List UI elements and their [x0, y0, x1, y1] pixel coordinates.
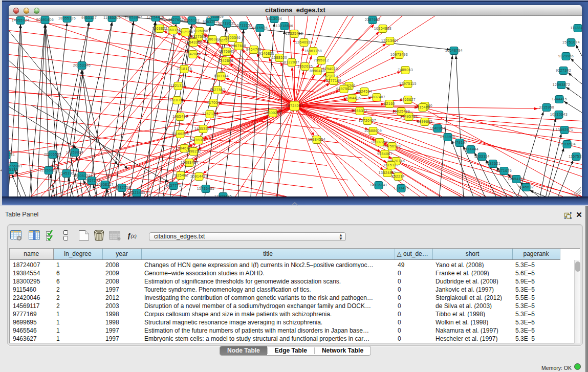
svg-text:16961758: 16961758	[304, 49, 322, 53]
svg-text:9227342: 9227342	[556, 69, 571, 72]
svg-text:11485205: 11485205	[103, 16, 121, 19]
svg-text:1167533: 1167533	[569, 155, 582, 158]
svg-text:1733426: 1733426	[394, 186, 409, 190]
svg-text:16543382: 16543382	[185, 40, 202, 44]
svg-text:12823485: 12823485	[128, 191, 145, 194]
svg-text:2718176: 2718176	[177, 67, 192, 71]
svg-text:7632621: 7632621	[485, 162, 500, 165]
svg-text:2205546: 2205546	[225, 36, 241, 39]
svg-text:7803144: 7803144	[213, 74, 229, 78]
svg-text:62160: 62160	[384, 102, 395, 105]
svg-text:3624534: 3624534	[357, 90, 372, 93]
svg-text:16648784: 16648784	[445, 49, 463, 52]
svg-text:14495794: 14495794	[400, 115, 418, 118]
svg-text:10654112: 10654112	[508, 177, 525, 181]
svg-text:18300295: 18300295	[264, 111, 281, 115]
svg-text:5878312: 5878312	[191, 138, 206, 142]
svg-text:9329966: 9329966	[558, 54, 574, 58]
svg-text:14055724: 14055724	[12, 18, 29, 22]
svg-text:2967608: 2967608	[231, 44, 246, 48]
svg-text:1527602: 1527602	[168, 18, 184, 21]
svg-text:12213967: 12213967	[381, 39, 399, 42]
svg-text:13218506: 13218506	[276, 24, 293, 28]
svg-text:1221339: 1221339	[170, 84, 186, 87]
svg-text:16914479: 16914479	[190, 174, 208, 178]
svg-text:13524851: 13524851	[379, 171, 396, 174]
svg-text:17957273: 17957273	[83, 179, 100, 182]
svg-text:13640910: 13640910	[295, 40, 313, 44]
svg-text:13692971: 13692971	[556, 128, 573, 132]
svg-text:16713155: 16713155	[235, 24, 252, 27]
svg-text:9777169: 9777169	[326, 79, 341, 82]
svg-text:8813054: 8813054	[267, 17, 282, 20]
svg-text:1498222: 1498222	[186, 149, 201, 153]
svg-text:3267130: 3267130	[202, 112, 217, 116]
svg-text:1588520: 1588520	[272, 56, 287, 59]
svg-text:7485063: 7485063	[398, 68, 413, 72]
svg-text:(x): (x)	[131, 233, 137, 239]
svg-text:2342046: 2342046	[185, 52, 201, 56]
svg-text:15716485: 15716485	[197, 187, 214, 190]
svg-text:9327508: 9327508	[191, 35, 206, 38]
svg-text:9953127: 9953127	[81, 16, 97, 19]
svg-text:14136141: 14136141	[370, 183, 387, 187]
svg-text:21364436: 21364436	[343, 96, 361, 100]
svg-text:12254415: 12254415	[147, 16, 164, 19]
svg-text:10719135: 10719135	[218, 21, 235, 25]
svg-text:16154838: 16154838	[374, 27, 391, 30]
svg-text:10688609: 10688609	[364, 129, 382, 133]
svg-text:18724007: 18724007	[286, 104, 303, 107]
svg-text:12093872: 12093872	[553, 83, 570, 86]
svg-text:6497503: 6497503	[336, 87, 352, 91]
svg-text:3215958: 3215958	[539, 105, 554, 109]
svg-text:252214: 252214	[391, 174, 405, 178]
svg-text:20053346: 20053346	[73, 63, 91, 67]
svg-text:12156829: 12156829	[40, 168, 57, 172]
svg-text:20206555: 20206555	[44, 152, 61, 156]
svg-text:12975115: 12975115	[399, 82, 417, 85]
svg-text:17016504: 17016504	[558, 142, 576, 146]
svg-text:1640954: 1640954	[430, 126, 445, 130]
svg-text:17359924: 17359924	[66, 150, 83, 154]
svg-text:9463627: 9463627	[400, 98, 416, 101]
svg-text:13325419: 13325419	[286, 32, 303, 35]
svg-text:10807487: 10807487	[368, 95, 385, 99]
svg-text:9115460: 9115460	[415, 105, 430, 109]
svg-text:15751074: 15751074	[562, 40, 580, 44]
svg-text:19166825: 19166825	[171, 132, 189, 136]
svg-text:10210643: 10210643	[550, 113, 568, 116]
svg-text:1112845: 1112845	[570, 26, 582, 30]
svg-text:1615132: 1615132	[383, 163, 399, 167]
svg-text:20756928: 20756928	[383, 144, 401, 148]
svg-text:417004: 417004	[207, 101, 220, 104]
svg-text:10973493: 10973493	[390, 53, 408, 56]
svg-text:8938918: 8938918	[440, 135, 455, 139]
svg-text:1610755: 1610755	[169, 98, 185, 102]
svg-text:10653267: 10653267	[125, 16, 142, 19]
svg-text:8322037: 8322037	[284, 60, 299, 64]
svg-text:8471676: 8471676	[496, 169, 512, 172]
svg-text:1244415: 1244415	[552, 97, 567, 101]
svg-text:15720407: 15720407	[359, 119, 376, 122]
svg-text:2986372: 2986372	[352, 109, 367, 113]
svg-text:1362615: 1362615	[297, 64, 313, 68]
svg-text:9146821: 9146821	[259, 52, 274, 55]
svg-text:1515526: 1515526	[252, 26, 268, 30]
svg-text:18807289: 18807289	[371, 140, 388, 144]
svg-text:20691406: 20691406	[36, 18, 54, 21]
svg-text:2933114: 2933114	[474, 155, 490, 158]
svg-text:8427552: 8427552	[210, 88, 225, 92]
svg-text:5875645: 5875645	[219, 50, 234, 53]
svg-text:3915135: 3915135	[9, 168, 18, 171]
svg-text:6899695: 6899695	[417, 120, 432, 123]
svg-text:10025433: 10025433	[393, 110, 410, 113]
svg-text:9245632: 9245632	[518, 185, 534, 189]
svg-text:6479197: 6479197	[452, 141, 467, 144]
svg-text:9457771: 9457771	[166, 184, 181, 187]
svg-text:9474444: 9474444	[463, 147, 478, 151]
svg-text:7625402: 7625402	[173, 173, 188, 177]
svg-text:12923485: 12923485	[214, 194, 232, 196]
svg-text:1145193: 1145193	[59, 171, 74, 175]
svg-text:2387682: 2387682	[365, 18, 380, 21]
svg-text:14353594: 14353594	[194, 127, 212, 130]
